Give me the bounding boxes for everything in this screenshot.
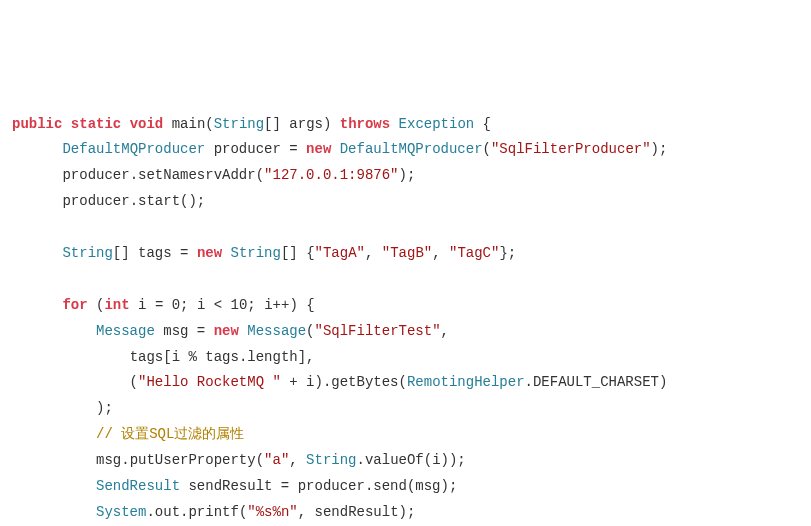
op-plus: +	[289, 374, 297, 390]
brace: {	[483, 116, 491, 132]
type-system: System	[96, 504, 146, 520]
var-i3: i	[264, 297, 272, 313]
num-10: 10	[231, 297, 248, 313]
type-string4: String	[306, 452, 356, 468]
var-msg3: msg	[415, 478, 440, 494]
var-i4: i	[172, 349, 180, 365]
op-assign5: =	[281, 478, 289, 494]
op-assign2: =	[180, 245, 188, 261]
field-length: length	[247, 349, 297, 365]
var-producer4: producer	[298, 478, 365, 494]
str-hello: "Hello RocketMQ "	[138, 374, 281, 390]
kw-new3: new	[214, 323, 239, 339]
call-putprop: putUserProperty	[130, 452, 256, 468]
var-producer3: producer	[62, 193, 129, 209]
kw-static: static	[71, 116, 121, 132]
var-sendresult2: sendResult	[315, 504, 399, 520]
var-tags: tags	[138, 245, 172, 261]
var-tags3: tags	[205, 349, 239, 365]
var-msg: msg	[163, 323, 188, 339]
type-remotinghelper: RemotingHelper	[407, 374, 525, 390]
call-send: send	[373, 478, 407, 494]
comment-sql: // 设置SQL过滤的属性	[96, 426, 244, 442]
method-main: main	[172, 116, 206, 132]
call-getbytes: getBytes	[331, 374, 398, 390]
field-charset: DEFAULT_CHARSET	[533, 374, 659, 390]
var-i5: i	[306, 374, 314, 390]
ctor-producer: DefaultMQProducer	[340, 141, 483, 157]
var-tags2: tags	[130, 349, 164, 365]
call-setaddr: setNamesrvAddr	[138, 167, 256, 183]
type-sendresult: SendResult	[96, 478, 180, 494]
var-i6: i	[432, 452, 440, 468]
kw-new: new	[306, 141, 331, 157]
var-i: i	[138, 297, 146, 313]
str-topic: "SqlFilterTest"	[315, 323, 441, 339]
str-taga: "TagA"	[315, 245, 365, 261]
op-assign4: =	[197, 323, 205, 339]
kw-int: int	[104, 297, 129, 313]
type-string: String	[214, 116, 264, 132]
kw-new2: new	[197, 245, 222, 261]
op-lt: <	[214, 297, 222, 313]
kw-public: public	[12, 116, 62, 132]
kw-throws: throws	[340, 116, 390, 132]
type-producer: DefaultMQProducer	[62, 141, 205, 157]
op-inc: ++	[273, 297, 290, 313]
kw-for: for	[62, 297, 87, 313]
type-string3: String	[231, 245, 281, 261]
str-addr: "127.0.0.1:9876"	[264, 167, 398, 183]
str-a: "a"	[264, 452, 289, 468]
ctor-message: Message	[247, 323, 306, 339]
var-producer: producer	[214, 141, 281, 157]
code-block: public static void main(String[] args) t…	[12, 112, 799, 526]
op-assign: =	[289, 141, 297, 157]
field-out: out	[155, 504, 180, 520]
str-producer-name: "SqlFilterProducer"	[491, 141, 651, 157]
var-i2: i	[197, 297, 205, 313]
str-fmt: "%s%n"	[247, 504, 297, 520]
var-msg2: msg	[96, 452, 121, 468]
type-exception: Exception	[399, 116, 475, 132]
param-args: args	[289, 116, 323, 132]
str-tagc: "TagC"	[449, 245, 499, 261]
kw-void: void	[130, 116, 164, 132]
call-printf: printf	[188, 504, 238, 520]
brace2: {	[306, 297, 314, 313]
op-assign3: =	[155, 297, 163, 313]
call-start: start	[138, 193, 180, 209]
str-tagb: "TagB"	[382, 245, 432, 261]
type-string2: String	[62, 245, 112, 261]
var-sendresult: sendResult	[188, 478, 272, 494]
type-message: Message	[96, 323, 155, 339]
num-0: 0	[172, 297, 180, 313]
call-valueof: valueOf	[365, 452, 424, 468]
op-mod: %	[188, 349, 196, 365]
var-producer2: producer	[62, 167, 129, 183]
